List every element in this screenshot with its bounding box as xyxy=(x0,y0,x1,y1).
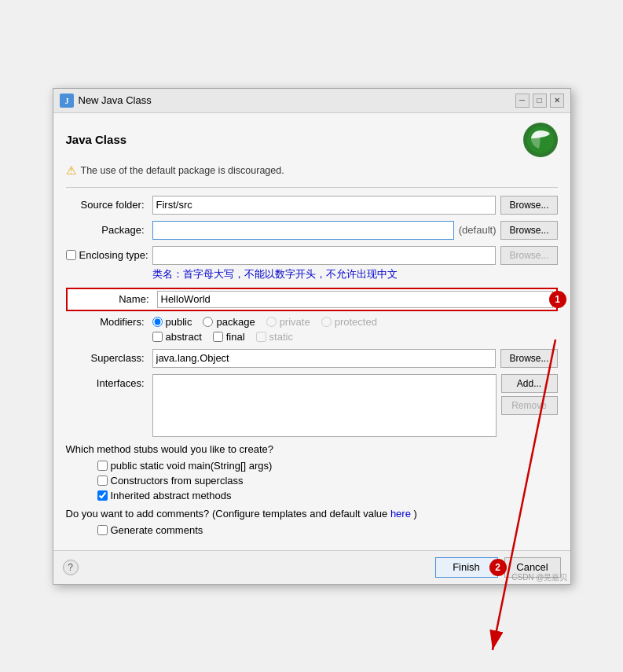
package-input[interactable] xyxy=(152,221,454,240)
package-field: (default) Browse... xyxy=(152,221,558,240)
enclosing-type-field: Browse... xyxy=(152,246,558,265)
help-symbol: ? xyxy=(68,562,73,573)
superclass-browse-button[interactable]: Browse... xyxy=(500,349,557,368)
package-row: Package: (default) Browse... xyxy=(66,221,558,240)
minimize-button[interactable]: ─ xyxy=(515,94,530,108)
modifier-private-label[interactable]: private xyxy=(266,316,310,328)
modifier-protected-text: protected xyxy=(335,316,377,328)
new-java-class-dialog: J New Java Class ─ □ ✕ Java Class xyxy=(53,88,571,585)
interfaces-remove-button[interactable]: Remove xyxy=(501,396,558,415)
enclosing-type-input[interactable] xyxy=(152,246,497,265)
interfaces-label: Interfaces: xyxy=(66,374,152,389)
source-folder-label: Source folder: xyxy=(66,199,152,211)
modifier-public-label[interactable]: public xyxy=(152,316,192,328)
stub1-text: public static void main(String[] args) xyxy=(111,460,273,472)
modifier-static-text: static xyxy=(269,331,293,343)
enclosing-type-checkbox[interactable] xyxy=(66,250,76,260)
help-button[interactable]: ? xyxy=(63,560,79,575)
svg-text:J: J xyxy=(64,97,68,105)
modifier-package-radio[interactable] xyxy=(203,317,213,327)
stub3-checkbox[interactable] xyxy=(97,490,108,501)
name-input[interactable] xyxy=(157,291,553,308)
dialog-title: New Java Class xyxy=(79,94,152,106)
superclass-label: Superclass: xyxy=(66,352,152,364)
stubs-items: public static void main(String[] args) C… xyxy=(66,460,558,501)
source-folder-field: Browse... xyxy=(152,196,558,215)
comments-question: Do you want to add comments? (Configure … xyxy=(66,508,558,520)
package-label: Package: xyxy=(66,224,152,236)
stub2-checkbox[interactable] xyxy=(97,476,108,486)
stub3-label[interactable]: Inherited abstract methods xyxy=(97,490,558,501)
finish-button[interactable]: Finish xyxy=(435,557,498,578)
modifier-package-label[interactable]: package xyxy=(203,316,255,328)
stub3-text: Inherited abstract methods xyxy=(111,490,232,501)
modifier-final-label[interactable]: final xyxy=(213,331,245,343)
modifier-public-text: public xyxy=(166,316,192,328)
badge-1: 1 xyxy=(549,291,566,308)
modifier-final-checkbox[interactable] xyxy=(213,332,223,342)
interfaces-buttons: Add... Remove xyxy=(501,374,558,415)
superclass-field: Browse... xyxy=(152,349,558,368)
section-header: Java Class xyxy=(66,123,558,157)
eclipse-logo xyxy=(523,123,558,157)
modifiers-label: Modifiers: xyxy=(66,316,152,328)
comments-question-text: Do you want to add comments? (Configure … xyxy=(66,508,388,520)
interfaces-textarea[interactable] xyxy=(152,374,497,437)
csdn-watermark: CSDN @晃嘉贝 xyxy=(511,572,567,583)
generate-comments-label[interactable]: Generate comments xyxy=(97,524,558,536)
warning-message: The use of the default package is discou… xyxy=(81,165,284,176)
comments-link[interactable]: here xyxy=(390,508,411,520)
package-browse-button[interactable]: Browse... xyxy=(500,221,557,240)
warning-icon: ⚠ xyxy=(66,163,76,178)
maximize-button[interactable]: □ xyxy=(533,94,547,108)
content-area: Java Class ⚠ The use of the default pack… xyxy=(53,113,570,550)
dialog-icon: J xyxy=(60,94,74,108)
close-button[interactable]: ✕ xyxy=(550,94,564,108)
modifier-public-radio[interactable] xyxy=(152,317,163,327)
modifier-private-text: private xyxy=(280,316,310,328)
default-text: (default) xyxy=(459,224,497,236)
modifier-abstract-label[interactable]: abstract xyxy=(152,331,202,343)
generate-comments-checkbox[interactable] xyxy=(97,525,108,535)
stub1-label[interactable]: public static void main(String[] args) xyxy=(97,460,558,472)
stub2-text: Constructors from superclass xyxy=(111,475,244,487)
source-folder-input[interactable] xyxy=(152,196,497,215)
stubs-question: Which method stubs would you like to cre… xyxy=(66,443,558,455)
stub2-label[interactable]: Constructors from superclass xyxy=(97,475,558,487)
modifier-protected-radio[interactable] xyxy=(321,317,332,327)
generate-comments-text: Generate comments xyxy=(111,524,203,536)
modifier-static-checkbox[interactable] xyxy=(256,332,266,342)
stubs-section: Which method stubs would you like to cre… xyxy=(66,443,558,501)
modifiers-group: public package private protected xyxy=(152,316,377,343)
section-title: Java Class xyxy=(66,133,127,146)
modifier-final-text: final xyxy=(226,331,245,343)
footer: ? Finish 2 Cancel xyxy=(53,550,570,584)
warning-row: ⚠ The use of the default package is disc… xyxy=(66,163,558,178)
modifiers-radio-group: public package private protected xyxy=(152,316,377,328)
comments-section: Do you want to add comments? (Configure … xyxy=(66,508,558,536)
comments-link-end: ) xyxy=(414,508,417,520)
hint-text: 类名：首字母大写，不能以数字开头，不允许出现中文 xyxy=(152,268,558,281)
interfaces-field: Add... Remove xyxy=(152,374,558,437)
enclosing-type-browse-button[interactable]: Browse... xyxy=(500,246,557,265)
source-folder-browse-button[interactable]: Browse... xyxy=(500,196,557,215)
interfaces-row: Interfaces: Add... Remove xyxy=(66,374,558,437)
divider-1 xyxy=(66,187,558,188)
name-row-container: Name: xyxy=(66,288,558,311)
enclosing-type-checkbox-label[interactable]: Enclosing type: xyxy=(66,249,152,261)
superclass-input[interactable] xyxy=(152,349,497,368)
modifier-static-label[interactable]: static xyxy=(256,331,293,343)
stub1-checkbox[interactable] xyxy=(97,461,108,471)
title-bar: J New Java Class ─ □ ✕ xyxy=(53,89,570,113)
superclass-row: Superclass: Browse... xyxy=(66,349,558,368)
modifiers-row: Modifiers: public package pr xyxy=(66,316,558,343)
modifiers-checkbox-group: abstract final static xyxy=(152,331,377,343)
enclosing-type-label: Enclosing type: xyxy=(79,249,148,261)
modifier-abstract-checkbox[interactable] xyxy=(152,332,163,342)
name-label: Name: xyxy=(71,293,157,305)
comments-items: Generate comments xyxy=(66,524,558,536)
interfaces-add-button[interactable]: Add... xyxy=(501,374,558,393)
modifier-private-radio[interactable] xyxy=(266,317,277,327)
enclosing-type-row: Enclosing type: Browse... xyxy=(66,246,558,265)
modifier-protected-label[interactable]: protected xyxy=(321,316,377,328)
